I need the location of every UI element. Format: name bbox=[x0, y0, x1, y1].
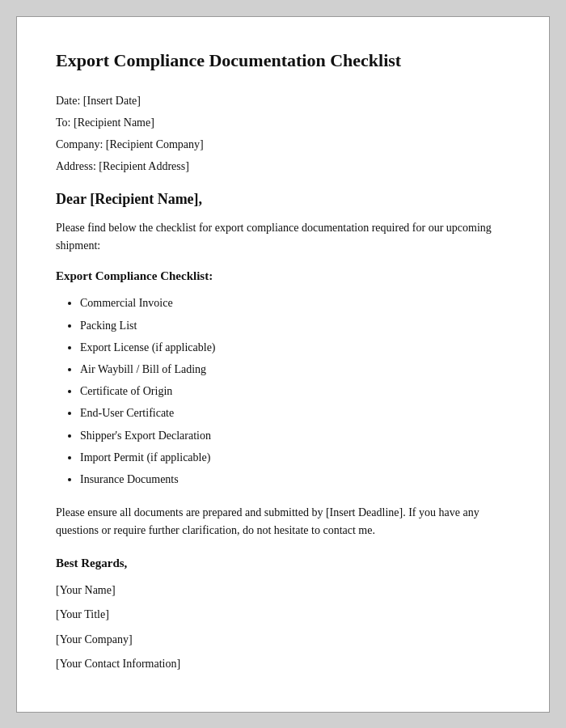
list-item: Air Waybill / Bill of Lading bbox=[80, 359, 510, 379]
signature-contact: [Your Contact Information] bbox=[56, 655, 510, 673]
regards: Best Regards, bbox=[56, 557, 510, 570]
checklist-heading: Export Compliance Checklist: bbox=[56, 269, 510, 283]
signature-company: [Your Company] bbox=[56, 631, 510, 649]
list-item: End-User Certificate bbox=[80, 403, 510, 423]
checklist-list: Commercial Invoice Packing List Export L… bbox=[80, 293, 510, 489]
list-item: Import Permit (if applicable) bbox=[80, 447, 510, 468]
meta-to: To: [Recipient Name] bbox=[56, 114, 510, 131]
meta-section: Date: [Insert Date] To: [Recipient Name]… bbox=[56, 92, 510, 175]
meta-company: Company: [Recipient Company] bbox=[56, 136, 510, 153]
signature-title: [Your Title] bbox=[56, 606, 510, 624]
closing-text: Please ensure all documents are prepared… bbox=[56, 504, 510, 540]
document-title: Export Compliance Documentation Checklis… bbox=[56, 49, 510, 73]
meta-address: Address: [Recipient Address] bbox=[56, 158, 510, 175]
signature-name: [Your Name] bbox=[56, 582, 510, 599]
list-item: Commercial Invoice bbox=[80, 293, 510, 313]
salutation: Dear [Recipient Name], bbox=[56, 191, 510, 208]
document: Export Compliance Documentation Checklis… bbox=[16, 16, 550, 713]
intro-text: Please find below the checklist for expo… bbox=[56, 219, 510, 256]
list-item: Insurance Documents bbox=[80, 469, 510, 489]
list-item: Certificate of Origin bbox=[80, 381, 510, 401]
list-item: Shipper's Export Declaration bbox=[80, 425, 510, 446]
meta-date: Date: [Insert Date] bbox=[56, 92, 510, 109]
list-item: Export License (if applicable) bbox=[80, 337, 510, 358]
list-item: Packing List bbox=[80, 315, 510, 336]
